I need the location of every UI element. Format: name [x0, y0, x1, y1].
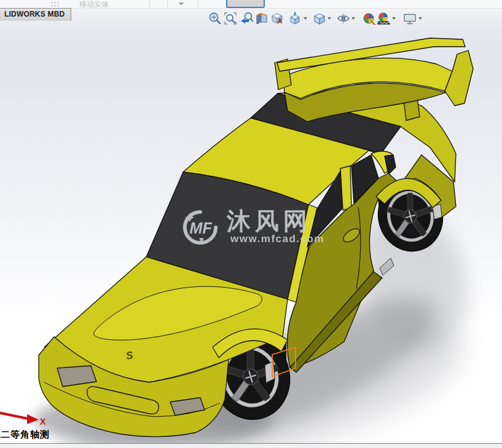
heads-up-view-toolbar: A [0, 11, 502, 28]
command-bar: 移动实体 [0, 0, 502, 9]
toolbar-drag-handle-icon[interactable] [50, 1, 60, 7]
previous-view-icon[interactable] [240, 11, 254, 26]
display-style-icon[interactable] [312, 11, 327, 26]
toolbar-separator [149, 0, 150, 8]
car-3d-model[interactable]: S [0, 8, 502, 444]
view-orientation-dropdown-caret-icon[interactable] [304, 17, 307, 20]
axis-x-label: X [40, 417, 46, 426]
view-settings-dropdown-caret-icon[interactable] [418, 17, 422, 20]
tab-solidworks-mbd[interactable]: LIDWORKS MBD [0, 8, 71, 21]
display-style-dropdown-caret-icon[interactable] [327, 17, 331, 20]
move-entities-disabled-label: 移动实体 [79, 0, 109, 10]
section-view-icon[interactable] [254, 11, 269, 26]
reference-triad: X [0, 399, 55, 430]
view-orientation-icon[interactable] [288, 11, 302, 26]
apply-scene-icon[interactable] [377, 11, 391, 26]
solidworks-window: 移动实体 LIDWORKS MBD [0, 0, 502, 448]
svg-text:A: A [278, 18, 282, 25]
active-tool-button[interactable] [226, 0, 265, 8]
toolbar-separator [167, 0, 168, 8]
apply-scene-dropdown-caret-icon[interactable] [392, 17, 396, 20]
toolbar-separator [198, 0, 198, 8]
edit-appearance-icon[interactable] [362, 11, 377, 26]
zoom-to-fit-icon[interactable] [208, 11, 222, 26]
dynamic-annotation-views-icon[interactable]: A [270, 11, 284, 26]
dropdown-caret-icon[interactable] [179, 2, 184, 6]
zoom-to-area-icon[interactable] [223, 11, 238, 26]
hide-show-items-icon[interactable] [336, 11, 351, 26]
hide-show-items-dropdown-caret-icon[interactable] [351, 17, 355, 20]
status-bar [0, 443, 502, 448]
view-settings-icon[interactable] [402, 11, 417, 26]
view-orientation-label: 二等角轴测 [1, 429, 50, 441]
graphics-area[interactable]: S [0, 8, 502, 444]
